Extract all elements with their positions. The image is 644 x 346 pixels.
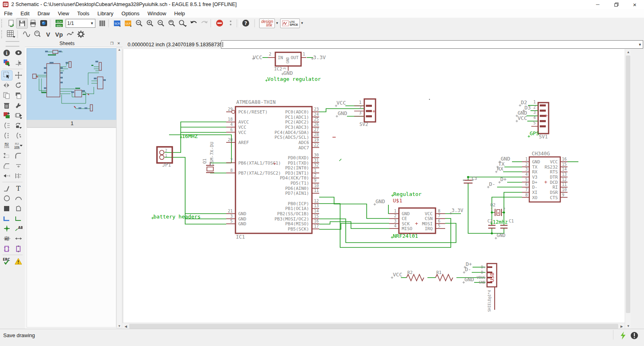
- q2-crystal-part[interactable]: +12Q212mhz: [490, 202, 508, 225]
- mirror-icon[interactable]: [2, 81, 12, 90]
- show-eye-icon[interactable]: [13, 48, 24, 58]
- sheet-1-thumbnail[interactable]: [27, 48, 118, 121]
- command-input[interactable]: ▼: [221, 40, 643, 49]
- settings-gear-icon[interactable]: [75, 29, 86, 39]
- copy-icon[interactable]: [2, 91, 12, 100]
- voltage-probe-icon[interactable]: V: [43, 29, 54, 39]
- design-link-dropdown-icon[interactable]: ▼: [275, 21, 279, 25]
- alert-circle-icon[interactable]: [630, 332, 638, 340]
- probe-zoom-icon[interactable]: [32, 29, 43, 39]
- autorouter-bolt-icon[interactable]: [620, 332, 626, 340]
- sheet-combo[interactable]: 1/1▼: [66, 19, 95, 28]
- scroll-down-icon[interactable]: ▼: [625, 323, 632, 329]
- usb-part[interactable]: D+D-VBUSGNDUSBSHIELD@1*4: [477, 264, 497, 312]
- schematic-canvas[interactable]: ATMEGA88-THIN29PC6(/RESET)18AVCC4VCC6VCC…: [123, 49, 625, 323]
- stop-icon[interactable]: [214, 19, 225, 28]
- menu-window[interactable]: Window: [144, 10, 170, 17]
- atmega88-part[interactable]: ATMEGA88-THIN29PC6(/RESET)18AVCC4VCC6VCC…: [151, 99, 319, 240]
- menu-options[interactable]: Options: [118, 10, 144, 17]
- overflow-icon[interactable]: [225, 19, 236, 28]
- name-icon[interactable]: R210k: [2, 141, 12, 150]
- close-button[interactable]: ×: [625, 0, 644, 9]
- gateswap-icon[interactable]: [2, 131, 12, 140]
- restore-button[interactable]: [607, 0, 625, 9]
- rect-icon[interactable]: [2, 204, 12, 213]
- arc-icon[interactable]: [13, 194, 24, 203]
- sheets-scrollbar[interactable]: ▲▼: [116, 47, 122, 328]
- port-icon[interactable]: [2, 244, 12, 253]
- zoom-in-icon[interactable]: [144, 19, 155, 28]
- design-link-button[interactable]: designlink: [259, 19, 275, 28]
- ltspice-button[interactable]: LTCSPICE: [280, 19, 300, 28]
- menu-tools[interactable]: Tools: [73, 10, 93, 17]
- wire-icon[interactable]: [2, 184, 12, 193]
- dimension-icon[interactable]: [13, 234, 24, 243]
- canvas-vertical-scrollbar[interactable]: ▲ ▼: [625, 49, 632, 329]
- zoom-redraw-icon[interactable]: [166, 19, 177, 28]
- invoke-icon[interactable]: [2, 121, 12, 130]
- toolbar-grip[interactable]: [1, 19, 4, 27]
- usb-net-labels[interactable]: VCCD+D-GND: [391, 261, 474, 284]
- net-wires[interactable]: [165, 58, 578, 282]
- palette-grip[interactable]: [6, 41, 19, 47]
- info-icon[interactable]: i: [2, 48, 12, 58]
- smash-icon[interactable]: [2, 151, 12, 161]
- polygon-icon[interactable]: [13, 204, 24, 213]
- text-icon[interactable]: T: [13, 184, 24, 193]
- group-select-icon[interactable]: [2, 71, 12, 80]
- scroll-down-icon[interactable]: ▼: [118, 324, 121, 328]
- sheet-1-label[interactable]: 1: [27, 120, 118, 128]
- value-icon[interactable]: R210k: [13, 141, 24, 150]
- errors-warning-icon[interactable]: [13, 257, 24, 266]
- junction-icon[interactable]: [2, 224, 12, 233]
- export-image-icon[interactable]: [38, 19, 49, 28]
- horizontal-scroll-thumb[interactable]: [129, 324, 618, 329]
- bus-icon[interactable]: [2, 214, 12, 223]
- port-define-icon[interactable]: [13, 244, 24, 253]
- help-icon[interactable]: ?: [240, 19, 251, 28]
- mark-icon[interactable]: [13, 58, 24, 68]
- redo-icon[interactable]: [199, 19, 210, 28]
- menu-draw[interactable]: Draw: [33, 10, 54, 17]
- attribute-icon[interactable]: AT: [2, 234, 12, 243]
- split-icon[interactable]: [2, 161, 12, 171]
- optimize-icon[interactable]: [13, 161, 24, 171]
- replace-icon[interactable]: [13, 121, 24, 130]
- sv2-part[interactable]: 123+VCCGNDSV2: [335, 99, 376, 127]
- add-part-icon[interactable]: [2, 111, 12, 120]
- menu-library[interactable]: Library: [93, 10, 118, 17]
- net-probe-icon[interactable]: [64, 29, 75, 39]
- toolbar-grip[interactable]: [1, 30, 4, 38]
- menu-view[interactable]: View: [54, 10, 73, 17]
- delete-icon[interactable]: [2, 101, 12, 110]
- pinswap-2-icon[interactable]: [13, 131, 24, 140]
- zoom-out-icon[interactable]: [155, 19, 166, 28]
- voltage-phase-probe-icon[interactable]: Vp: [54, 29, 64, 39]
- menu-file[interactable]: File: [0, 10, 17, 17]
- open-file-icon[interactable]: [6, 19, 17, 28]
- print-icon[interactable]: [27, 19, 38, 28]
- menu-help[interactable]: Help: [170, 10, 189, 17]
- menu-edit[interactable]: Edit: [17, 10, 33, 17]
- zoom-fit-icon[interactable]: [134, 19, 144, 28]
- sheets-float-icon[interactable]: ❐: [109, 41, 115, 46]
- erc-check-icon[interactable]: ERC: [2, 257, 12, 266]
- sheet-list-icon[interactable]: [97, 19, 107, 28]
- rotate-icon[interactable]: [13, 81, 24, 90]
- net-icon[interactable]: [13, 214, 24, 223]
- q1-crystal-part[interactable]: Q1CSM-7X-DU: [202, 142, 215, 173]
- label-icon[interactable]: AB: [13, 224, 24, 233]
- miter-icon[interactable]: [13, 151, 24, 161]
- display-layers-icon[interactable]: [2, 58, 12, 68]
- route-icon[interactable]: [2, 171, 12, 181]
- align-icon[interactable]: [13, 171, 24, 181]
- voltage-regulator-part[interactable]: INOUTGND213VCC3.3VGNDIC2Voltage regulato…: [252, 52, 326, 82]
- circle-icon[interactable]: [2, 194, 12, 203]
- sch-brd-switch-icon[interactable]: SCHBRD: [54, 19, 64, 28]
- schematic-drawing[interactable]: ATMEGA88-THIN29PC6(/RESET)18AVCC4VCC6VCC…: [123, 49, 625, 323]
- move-icon[interactable]: [13, 71, 24, 80]
- scroll-up-icon[interactable]: ▲: [118, 48, 121, 51]
- stray-marks[interactable]: [332, 99, 430, 137]
- zoom-select-icon[interactable]: [177, 19, 188, 28]
- sheets-close-icon[interactable]: ✕: [116, 41, 122, 46]
